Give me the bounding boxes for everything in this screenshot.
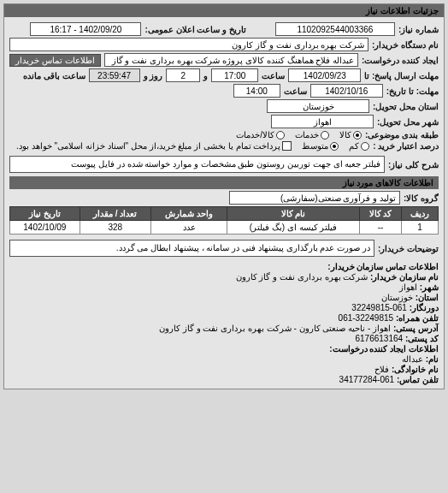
- radio-goods-label: کالا: [339, 130, 351, 140]
- label-postal-code: کد پستی:: [405, 334, 439, 343]
- label-reply-deadline: مهلت ارسال پاسخ: تا: [364, 71, 439, 80]
- label-delivery-province: استان محل تحویل:: [373, 102, 439, 111]
- row-category: طبقه بندی موضوعی: کالا خدمات کالا/خدمات: [9, 130, 439, 140]
- radio-low[interactable]: کم: [349, 141, 369, 151]
- label-switchboard: تلفن همراه:: [396, 313, 439, 323]
- label-delivery-city: شهر محل تحویل:: [377, 117, 439, 127]
- label-category: طبقه بندی موضوعی:: [365, 130, 439, 140]
- contact-section: اطلاعات تماس سازمان خریدار: نام سازمان خ…: [9, 262, 439, 384]
- th-code: کد کالا: [359, 207, 401, 221]
- label-goods-group: گروه کالا:: [404, 193, 439, 203]
- label-validity: مهلت: تا تاریخ:: [386, 86, 439, 96]
- field-announce: 1402/09/20 - 16:17: [30, 22, 141, 36]
- field-requester: عبداله فلاح هماهنگ کننده کالای پروژه شرک…: [104, 53, 359, 67]
- label-buyer-org: نام دستگاه خریدار:: [372, 40, 439, 50]
- row-buyer-org: نام دستگاه خریدار: شرکت بهره برداری نفت …: [9, 38, 439, 51]
- val-fax: 061-32249815: [351, 303, 407, 312]
- radio-low-label: کم: [349, 141, 359, 151]
- row-reply-deadline: مهلت ارسال پاسخ: تا 1402/09/23 ساعت 17:0…: [9, 68, 439, 82]
- label-day-remaining: روز و: [144, 71, 163, 80]
- val-name: عبداله: [402, 354, 423, 364]
- th-qty: تعداد / مقدار: [80, 207, 150, 221]
- field-delivery-province: خوزستان: [267, 99, 369, 113]
- field-need-desc: فیلتر جعبه ای جهت توربین روستون طبق مشخص…: [9, 156, 385, 173]
- th-name: نام کالا: [227, 207, 359, 221]
- row-need-desc: شرح کلی نیاز: فیلتر جعبه ای جهت توربین ر…: [9, 156, 439, 173]
- radio-dot-icon: [276, 131, 285, 140]
- label-org-name: نام سازمان خریدار:: [370, 272, 439, 282]
- field-reply-date: 1402/09/23: [288, 68, 361, 82]
- row-validity: مهلت: تا تاریخ: 1402/10/16 ساعت 14:00: [9, 84, 439, 98]
- label-province: استان:: [416, 293, 439, 302]
- th-row: ردیف: [402, 207, 439, 221]
- label-time-remaining: ساعت باقی مانده: [23, 71, 85, 80]
- cell-unit: عدد: [150, 221, 227, 235]
- radio-both-label: کالا/خدمات: [236, 130, 274, 140]
- label-family: نام خانوادگی:: [392, 365, 439, 374]
- radio-services-label: خدمات: [295, 130, 319, 140]
- buyer-contact-button[interactable]: اطلاعات تماس خریدار: [9, 54, 101, 67]
- label-time-1: ساعت: [262, 71, 285, 80]
- field-delivery-city: اهواز: [271, 115, 374, 128]
- items-section-header: اطلاعات کالاهای مورد نیاز: [9, 176, 439, 189]
- val-postal-addr: اهواز - ناحیه صنعتی کارون - شرکت بهره بر…: [159, 324, 391, 333]
- label-buyer-notes: توضیحات خریدار:: [378, 244, 439, 253]
- label-budget: درصد اعتبار خرید :: [373, 141, 439, 151]
- panel-body: شماره نیاز: 1102092544003366 تاریخ و ساع…: [4, 17, 444, 389]
- val-switchboard: 32249815-061: [339, 313, 394, 323]
- panel-title: جزئیات اطلاعات نیاز: [4, 4, 444, 17]
- label-need-desc: شرح کلی نیاز:: [388, 160, 439, 169]
- val-city: اهواز: [399, 282, 417, 292]
- val-phone: 061-34177284: [339, 375, 395, 384]
- val-postal-code: 6176613164: [355, 334, 403, 343]
- cell-code: --: [359, 221, 401, 235]
- label-postal-addr: آدرس پستی:: [393, 324, 439, 333]
- cell-date: 1402/10/09: [10, 221, 80, 235]
- checkbox-treasury[interactable]: پرداخت تمام یا بخشی از مبلغ خرید،از محل …: [16, 141, 292, 151]
- cell-name: فیلتر کیسه ای (بگ فیلتر): [227, 221, 359, 235]
- field-goods-group: تولید و فرآوری صنعتی(سفارشی): [229, 191, 400, 205]
- label-announce: تاریخ و ساعت اعلان عمومی:: [144, 25, 245, 34]
- field-remaining-time: 23:59:47: [89, 68, 140, 82]
- val-org-name: شرکت بهره برداری نفت و گاز کارون: [236, 272, 368, 282]
- cell-row: 1: [402, 221, 439, 235]
- radio-goods[interactable]: کالا: [339, 130, 362, 140]
- label-req-creator-header: اطلاعات ایجاد کننده درخواست:: [329, 344, 439, 353]
- radio-dot-checked-icon: [353, 131, 362, 140]
- label-time-2: ساعت: [284, 86, 307, 96]
- label-contact-header: اطلاعات تماس سازمان خریدار:: [327, 262, 439, 271]
- field-need-number: 1102092544003366: [275, 22, 395, 36]
- row-budget: درصد اعتبار خرید : کم متوسط پرداخت تمام …: [9, 141, 439, 151]
- row-buyer-notes: توضیحات خریدار: در صورت عدم بارگذاری پیش…: [9, 240, 439, 257]
- label-phone: تلفن تماس:: [397, 375, 439, 384]
- radio-dot-checked-icon: [330, 142, 339, 151]
- label-name: نام:: [426, 354, 439, 364]
- label-requester: ایجاد کننده درخواست:: [362, 56, 439, 65]
- details-panel: جزئیات اطلاعات نیاز شماره نیاز: 11020925…: [3, 3, 445, 389]
- label-fax: دورنگار:: [410, 303, 439, 312]
- radio-both[interactable]: کالا/خدمات: [236, 130, 285, 140]
- field-validity-date: 1402/10/16: [310, 84, 383, 98]
- radio-services[interactable]: خدمات: [295, 130, 329, 140]
- row-requester: ایجاد کننده درخواست: عبداله فلاح هماهنگ …: [9, 53, 439, 67]
- radio-dot-icon: [321, 131, 329, 140]
- field-remaining-days: 2: [166, 68, 200, 82]
- radio-mid[interactable]: متوسط: [302, 141, 339, 151]
- label-need-number: شماره نیاز:: [398, 25, 439, 34]
- table-row: 1--فیلتر کیسه ای (بگ فیلتر)عدد3281402/10…: [10, 221, 439, 235]
- field-reply-time: 17:00: [211, 68, 258, 82]
- checkbox-treasury-label: پرداخت تمام یا بخشی از مبلغ خرید،از محل …: [16, 141, 280, 151]
- items-table: ردیف کد کالا نام کالا واحد شمارش تعداد /…: [9, 206, 439, 235]
- th-date: تاریخ نیاز: [10, 207, 80, 221]
- table-header-row: ردیف کد کالا نام کالا واحد شمارش تعداد /…: [10, 207, 439, 221]
- cell-qty: 328: [80, 221, 150, 235]
- label-city: شهر:: [420, 282, 439, 292]
- field-buyer-note: در صورت عدم بارگذاری پیشنهاد فنی در ساما…: [9, 240, 374, 257]
- row-city: شهر محل تحویل: اهواز: [9, 115, 439, 128]
- field-validity-time: 14:00: [233, 84, 280, 98]
- th-unit: واحد شمارش: [150, 207, 227, 221]
- field-buyer-org: شرکت بهره برداری نفت و گاز کارون: [9, 38, 368, 51]
- checkbox-icon: [282, 141, 292, 151]
- radio-mid-label: متوسط: [302, 141, 328, 151]
- row-need-number: شماره نیاز: 1102092544003366 تاریخ و ساع…: [9, 22, 439, 36]
